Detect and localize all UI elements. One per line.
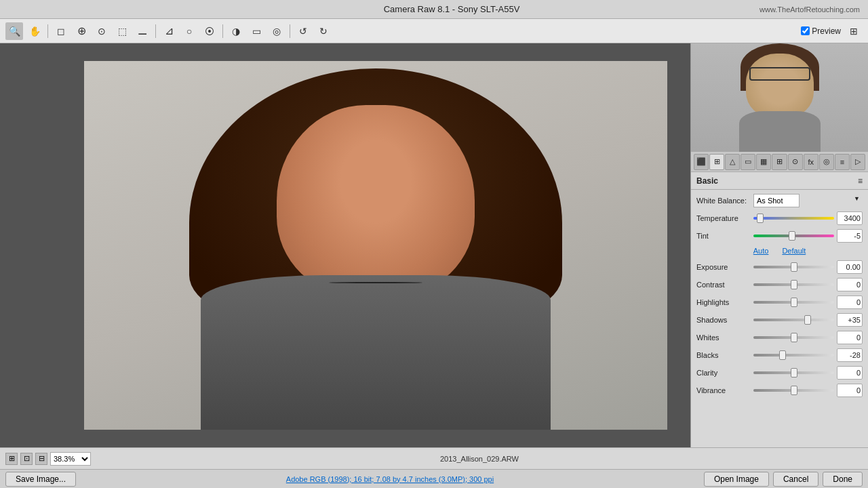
highlights-row: Highlights 0 bbox=[696, 296, 863, 309]
whites-slider-wrapper bbox=[753, 332, 834, 343]
vibrance-label: Vibrance bbox=[696, 386, 751, 394]
highlights-thumb[interactable] bbox=[791, 298, 797, 307]
temperature-label: Temperature bbox=[696, 214, 751, 222]
exposure-slider-wrapper bbox=[753, 262, 834, 272]
bottom-bar: Save Image... Adobe RGB (1998); 16 bit; … bbox=[0, 469, 868, 488]
tool-separator-3 bbox=[222, 24, 223, 38]
detail-tab[interactable]: ⊞ bbox=[772, 154, 787, 170]
histogram-tab[interactable]: ⬛ bbox=[694, 154, 709, 170]
highlights-label: Highlights bbox=[696, 298, 751, 306]
targeted-adjustment-tool[interactable]: ⊙ bbox=[93, 22, 111, 40]
blacks-label: Blacks bbox=[696, 351, 751, 359]
radial-filter-tool[interactable]: ◎ bbox=[268, 22, 285, 40]
tone-curve-tab[interactable]: △ bbox=[725, 154, 740, 170]
reset-tool[interactable]: ↺ bbox=[294, 22, 312, 40]
tint-label: Tint bbox=[696, 232, 751, 240]
done-button[interactable]: Done bbox=[823, 472, 863, 487]
vibrance-track bbox=[753, 389, 834, 392]
blacks-row: Blacks -28 bbox=[696, 348, 863, 362]
vibrance-slider-wrapper bbox=[753, 385, 834, 396]
tint-thumb[interactable] bbox=[789, 231, 795, 241]
temperature-thumb[interactable] bbox=[757, 214, 764, 223]
shadows-value[interactable]: +35 bbox=[837, 313, 863, 327]
zoom-fit-btn[interactable]: ⊡ bbox=[20, 453, 33, 465]
straighten-tool[interactable]: ⚊ bbox=[134, 22, 151, 40]
blacks-value[interactable]: -28 bbox=[837, 348, 863, 362]
redo-tool[interactable]: ↻ bbox=[315, 22, 332, 40]
white-balance-select[interactable]: As Shot Auto Daylight Cloudy Shade Tungs… bbox=[753, 194, 800, 207]
panel-title: Basic bbox=[696, 176, 718, 186]
shadows-track bbox=[753, 319, 834, 321]
contrast-row: Contrast 0 bbox=[696, 278, 863, 291]
clarity-track bbox=[753, 371, 834, 374]
shadows-thumb[interactable] bbox=[804, 315, 811, 325]
webcam-glasses bbox=[749, 67, 810, 81]
clarity-thumb[interactable] bbox=[791, 368, 797, 378]
transform-tool[interactable]: ⊿ bbox=[160, 22, 178, 40]
effects-tab[interactable]: fx bbox=[804, 154, 818, 170]
whites-label: Whites bbox=[696, 333, 751, 342]
blacks-track bbox=[753, 354, 834, 357]
tool-separator-2 bbox=[155, 24, 156, 38]
spot-removal-tool[interactable]: ○ bbox=[180, 22, 198, 40]
blacks-thumb[interactable] bbox=[779, 350, 786, 360]
tool-separator-4 bbox=[290, 24, 290, 38]
exposure-label: Exposure bbox=[696, 263, 751, 271]
zoom-100-btn[interactable]: ⊟ bbox=[35, 453, 47, 465]
temperature-value[interactable]: 3400 bbox=[837, 211, 863, 225]
zoom-out-btn[interactable]: ⊞ bbox=[5, 453, 18, 465]
auto-button[interactable]: Auto bbox=[753, 247, 769, 255]
cancel-button[interactable]: Cancel bbox=[773, 472, 818, 487]
color-sampler-tool[interactable]: ⊕ bbox=[73, 22, 90, 40]
whites-thumb[interactable] bbox=[791, 333, 797, 342]
adjustment-brush-tool[interactable]: ◑ bbox=[227, 22, 245, 40]
presets-tab[interactable]: ≡ bbox=[835, 154, 850, 170]
contrast-value[interactable]: 0 bbox=[837, 278, 863, 291]
camera-calibration-tab[interactable]: ◎ bbox=[819, 154, 834, 170]
blacks-slider-wrapper bbox=[753, 350, 834, 361]
watermark: www.TheArtofRetouching.com bbox=[760, 5, 860, 14]
fullscreen-btn[interactable]: ⊞ bbox=[845, 22, 863, 40]
exposure-thumb[interactable] bbox=[791, 262, 797, 272]
clarity-label: Clarity bbox=[696, 369, 751, 377]
tint-row: Tint -5 bbox=[696, 229, 863, 243]
whites-row: Whites 0 bbox=[696, 331, 863, 344]
image-canvas bbox=[84, 61, 667, 430]
graduated-filter-tool[interactable]: ▭ bbox=[248, 22, 265, 40]
panel-header: Basic ≡ bbox=[691, 172, 868, 190]
vibrance-thumb[interactable] bbox=[791, 386, 797, 395]
whites-value[interactable]: 0 bbox=[837, 331, 863, 344]
temperature-slider-wrapper bbox=[753, 213, 834, 224]
status-bar: ⊞ ⊡ ⊟ 38.3% 12.5% 25% 33.3% 50% 66.7% 10… bbox=[0, 447, 868, 469]
tint-value[interactable]: -5 bbox=[837, 229, 863, 243]
snapshots-tab[interactable]: ▷ bbox=[850, 154, 865, 170]
highlights-value[interactable]: 0 bbox=[837, 296, 863, 309]
basic-tab[interactable]: ⊞ bbox=[709, 154, 724, 170]
filename: 2013_Allison_029.ARW bbox=[96, 455, 863, 463]
webcam-area bbox=[691, 43, 868, 152]
exposure-value[interactable]: 0.00 bbox=[837, 260, 863, 274]
preview-label[interactable]: Preview bbox=[801, 26, 841, 36]
open-image-button[interactable]: Open Image bbox=[704, 472, 769, 487]
lens-corrections-tab[interactable]: ⊙ bbox=[788, 154, 803, 170]
zoom-tool[interactable]: 🔍 bbox=[5, 22, 23, 40]
hsl-tab[interactable]: ▭ bbox=[741, 154, 755, 170]
vibrance-value[interactable]: 0 bbox=[837, 384, 863, 397]
save-image-button[interactable]: Save Image... bbox=[5, 472, 76, 487]
crop-tool[interactable]: ⬚ bbox=[113, 22, 131, 40]
clarity-value[interactable]: 0 bbox=[837, 366, 863, 380]
temperature-row: Temperature 3400 bbox=[696, 211, 863, 225]
red-eye-tool[interactable]: ⦿ bbox=[201, 22, 218, 40]
white-balance-tool[interactable]: ◻ bbox=[52, 22, 70, 40]
panel-menu-icon[interactable]: ≡ bbox=[858, 176, 863, 186]
contrast-thumb[interactable] bbox=[791, 280, 797, 289]
app-title: Camera Raw 8.1 - Sony SLT-A55V bbox=[144, 4, 760, 14]
split-toning-tab[interactable]: ▦ bbox=[756, 154, 771, 170]
clarity-row: Clarity 0 bbox=[696, 366, 863, 380]
default-button[interactable]: Default bbox=[782, 247, 806, 255]
zoom-select[interactable]: 38.3% 12.5% 25% 33.3% 50% 66.7% 100% bbox=[50, 452, 91, 466]
toolbar-right: Preview ⊞ bbox=[801, 22, 863, 40]
hand-tool[interactable]: ✋ bbox=[26, 22, 43, 40]
tint-track bbox=[753, 235, 834, 237]
preview-checkbox[interactable] bbox=[801, 26, 810, 35]
